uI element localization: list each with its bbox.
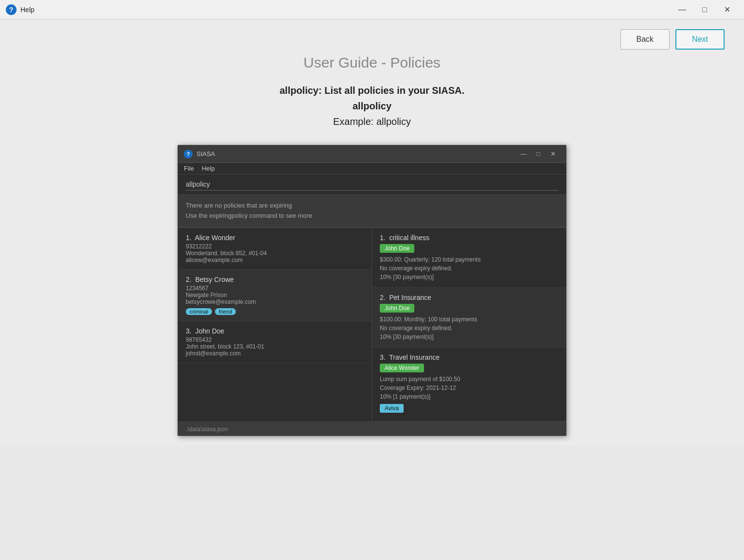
next-button[interactable]: Next	[675, 29, 725, 50]
minimize-button[interactable]: —	[671, 2, 693, 18]
siasa-notification: There are no policies that are expiring …	[178, 195, 566, 228]
policies-panel: 1. critical illness John Doe $300.00; Qu…	[372, 228, 566, 421]
contact-name: 1. Alice Wonder	[186, 234, 364, 242]
main-content: Back Next User Guide - Policies allpolic…	[0, 19, 744, 446]
description-line2: allpolicy	[280, 98, 464, 114]
policy-details: Lump sum payment of $100.50 Coverage Exp…	[380, 375, 558, 401]
contact-phone: 1234567	[186, 285, 364, 292]
maximize-button[interactable]: □	[693, 2, 716, 18]
siasa-title-text: SIASA	[196, 150, 516, 158]
contact-item: 1. Alice Wonder 93212222 Wonderland, blo…	[178, 228, 372, 270]
description-line3: Example: allpolicy	[280, 114, 464, 129]
contact-email: alicew@example.com	[186, 257, 364, 263]
contact-phone: 93212222	[186, 243, 364, 250]
app-icon: ?	[6, 4, 17, 15]
description-line1: allpolicy: List all policies in your SIA…	[280, 83, 464, 98]
description-block: allpolicy: List all policies in your SIA…	[280, 83, 464, 129]
contact-address: Newgate Prison	[186, 292, 364, 298]
policy-owner-tag: John Doe	[380, 304, 414, 313]
contact-item: 2. Betsy Crowe 1234567 Newgate Prison be…	[178, 270, 372, 321]
menu-file[interactable]: File	[184, 165, 194, 172]
contact-item: 3. John Doe 98765432 John street, block …	[178, 321, 372, 363]
siasa-window: ? SIASA — □ ✕ File Help There are no pol…	[177, 145, 567, 436]
contact-email: betsycrowe@example.com	[186, 298, 364, 305]
tag-friend: friend	[215, 308, 236, 315]
siasa-statusbar: .\data\siasa.json	[178, 421, 566, 436]
notification-line1: There are no policies that are expiring	[186, 201, 558, 211]
contacts-panel: 1. Alice Wonder 93212222 Wonderland, blo…	[178, 228, 372, 421]
close-button[interactable]: ✕	[716, 2, 738, 18]
nav-row: Back Next	[19, 29, 725, 50]
policy-details: $100.00; Monthly; 100 total payments No …	[380, 315, 558, 341]
contact-tags: criminal friend	[186, 308, 364, 315]
policy-title: 3. Travel Insurance	[380, 353, 558, 361]
siasa-icon: ?	[184, 150, 193, 158]
tag-criminal: criminal	[186, 308, 212, 315]
title-bar-text: Help	[20, 6, 671, 14]
policy-owner-tag: John Doe	[380, 244, 414, 253]
siasa-panels: 1. Alice Wonder 93212222 Wonderland, blo…	[178, 228, 566, 421]
policy-item: 2. Pet Insurance John Doe $100.00; Month…	[372, 288, 566, 348]
siasa-tb-controls: — □ ✕	[516, 148, 560, 160]
menu-help[interactable]: Help	[202, 165, 215, 172]
contact-name: 3. John Doe	[186, 327, 364, 335]
page-title: User Guide - Policies	[303, 54, 441, 71]
contact-email: johnd@example.com	[186, 350, 364, 357]
statusbar-text: .\data\siasa.json	[186, 426, 228, 433]
siasa-close-button[interactable]: ✕	[546, 148, 560, 160]
contact-phone: 98765432	[186, 336, 364, 343]
siasa-menubar: File Help	[178, 163, 566, 175]
policy-title: 1. critical illness	[380, 234, 558, 242]
notification-line2: Use the expiringpolicy command to see mo…	[186, 211, 558, 221]
contact-address: John street, block 123, #01-01	[186, 343, 364, 350]
policy-aviva-tag: Aviva	[380, 404, 404, 413]
title-bar-controls: — □ ✕	[671, 2, 738, 18]
policy-owner-tag: Alice Wonder	[380, 364, 424, 372]
title-bar: ? Help — □ ✕	[0, 0, 744, 19]
siasa-titlebar: ? SIASA — □ ✕	[178, 145, 566, 163]
policy-item: 1. critical illness John Doe $300.00; Qu…	[372, 228, 566, 288]
siasa-maximize-button[interactable]: □	[531, 148, 546, 160]
policy-title: 2. Pet Insurance	[380, 294, 558, 301]
siasa-minimize-button[interactable]: —	[516, 148, 531, 160]
policy-details: $300.00; Quarterly; 120 total payments N…	[380, 255, 558, 281]
policy-item: 3. Travel Insurance Alice Wonder Lump su…	[372, 348, 566, 421]
policy-extra-tags: Aviva	[380, 404, 558, 415]
siasa-input-area	[178, 175, 566, 195]
contact-name: 2. Betsy Crowe	[186, 276, 364, 283]
back-button[interactable]: Back	[620, 29, 670, 50]
siasa-command-input[interactable]	[186, 178, 558, 191]
contact-address: Wonderland, block 852, #01-04	[186, 250, 364, 257]
